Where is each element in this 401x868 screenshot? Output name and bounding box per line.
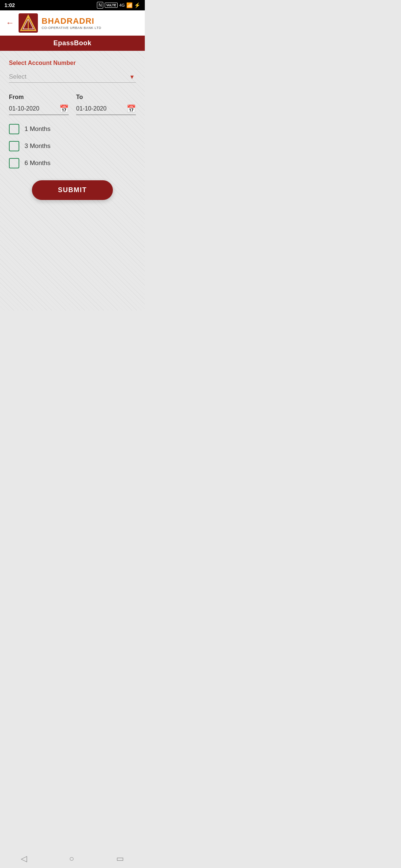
account-section-label: Select Account Number [9, 60, 136, 66]
network-icon: 4G [119, 3, 125, 7]
account-select-container: Select ▾ [9, 71, 136, 83]
checkbox-group: 1 Months 3 Months 6 Months [9, 124, 136, 168]
checkbox-1-months-label: 1 Months [25, 125, 50, 133]
from-date-input[interactable] [9, 105, 58, 112]
date-range-container: From 📅 To 📅 [9, 94, 136, 115]
app-header: ← BHADRADRI CO-OPERATIVE URBAN BANK LTD [0, 10, 145, 36]
checkbox-6-months-box[interactable] [9, 158, 19, 168]
account-section: Select Account Number Select ▾ [9, 60, 136, 83]
battery-icon: ⚡ [134, 2, 140, 8]
submit-button[interactable]: SUBMIT [32, 180, 113, 200]
checkbox-1-months[interactable]: 1 Months [9, 124, 136, 134]
signal-icon: 📶 [126, 2, 133, 8]
checkbox-3-months-label: 3 Months [25, 142, 50, 150]
bank-subtitle: CO-OPERATIVE URBAN BANK LTD [42, 26, 101, 30]
bank-name: BHADRADRI [42, 16, 101, 26]
to-date-input-row: 📅 [76, 104, 136, 115]
bank-logo-icon [19, 13, 38, 33]
logo-container: BHADRADRI CO-OPERATIVE URBAN BANK LTD [19, 13, 101, 33]
submit-btn-container: SUBMIT [9, 180, 136, 200]
volte-icon: VoLTE [105, 3, 118, 8]
from-date-label: From [9, 94, 69, 101]
to-date-label: To [76, 94, 136, 101]
checkbox-6-months-label: 6 Months [25, 160, 50, 167]
from-date-input-row: 📅 [9, 104, 69, 115]
to-date-input[interactable] [76, 105, 125, 112]
checkbox-3-months-box[interactable] [9, 141, 19, 151]
checkbox-3-months[interactable]: 3 Months [9, 141, 136, 151]
from-date-group: From 📅 [9, 94, 69, 115]
checkbox-6-months[interactable]: 6 Months [9, 158, 136, 168]
nfc-icon: N [97, 2, 103, 9]
status-time: 1:02 [4, 2, 15, 8]
logo-text: BHADRADRI CO-OPERATIVE URBAN BANK LTD [42, 16, 101, 30]
to-calendar-icon[interactable]: 📅 [127, 104, 136, 113]
checkbox-1-months-box[interactable] [9, 124, 19, 134]
status-bar: 1:02 N VoLTE 4G 📶 ⚡ [0, 0, 145, 10]
back-button[interactable]: ← [6, 18, 14, 28]
main-content: Select Account Number Select ▾ From 📅 To… [0, 51, 145, 310]
account-number-select[interactable]: Select [9, 71, 136, 82]
from-calendar-icon[interactable]: 📅 [59, 104, 69, 113]
page-title: EpassBook [53, 39, 92, 47]
status-icons: N VoLTE 4G 📶 ⚡ [97, 2, 140, 9]
page-title-bar: EpassBook [0, 36, 145, 51]
to-date-group: To 📅 [76, 94, 136, 115]
